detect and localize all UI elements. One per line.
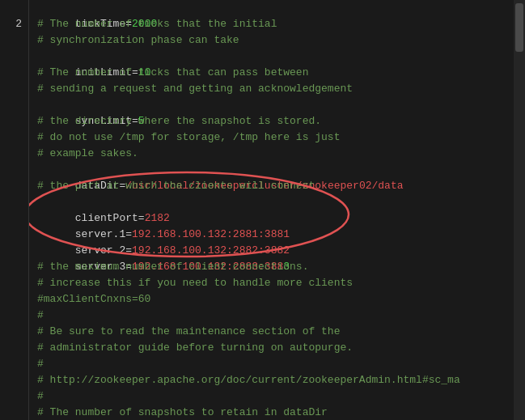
line-num-4 [0, 49, 22, 65]
code-line-17: # the maximum number of client connectio… [37, 259, 514, 275]
line-num-21 [0, 324, 22, 340]
line-num-15 [0, 227, 22, 243]
server1-key: server.1= [75, 228, 132, 240]
code-line-11: dataDir=/usr/local/zookeepercluster/zook… [37, 162, 514, 178]
server2-key: server.2= [75, 244, 132, 257]
line-num-13 [0, 194, 22, 210]
line-num-11 [0, 162, 22, 178]
client-port-val: 2182 [145, 212, 170, 224]
code-line-22: # administrator guide before turning on … [37, 340, 514, 356]
line-num-26 [0, 405, 22, 420]
code-line-4: initLimit=10 [37, 49, 514, 65]
line-num-25 [0, 388, 22, 405]
client-port-key: clientPort= [75, 212, 145, 224]
line-num-24 [0, 372, 22, 388]
code-line-7: syncLimit=5 [37, 97, 514, 113]
server2-val: 192.168.100.132:2882:3882 [132, 244, 290, 257]
line-num-12 [0, 178, 22, 194]
code-line-10: # example sakes. [37, 146, 514, 162]
code-line-13: clientPort=2182 [37, 194, 514, 210]
code-area: tickTime=2000 # The number of ticks that… [29, 0, 514, 420]
line-num-6 [0, 81, 22, 97]
code-line-5: # The number of ticks that can pass betw… [37, 65, 514, 81]
line-num-3 [0, 32, 22, 49]
scroll-thumb[interactable] [515, 3, 523, 52]
scrollbar[interactable] [514, 0, 525, 420]
line-num-9 [0, 129, 22, 146]
code-line-20: # [37, 308, 514, 324]
line-num-22 [0, 340, 22, 356]
code-line-3: # synchronization phase can take [37, 32, 514, 49]
server1-val: 192.168.100.132:2881:3881 [132, 228, 290, 240]
line-num-7 [0, 97, 22, 113]
code-line-8: # the directory where the snapshot is st… [37, 113, 514, 129]
line-num-23 [0, 356, 22, 372]
line-num-1 [0, 0, 22, 16]
line-num-14 [0, 210, 22, 227]
code-line-9: # do not use /tmp for storage, /tmp here… [37, 129, 514, 146]
line-num-16 [0, 243, 22, 259]
line-num-18 [0, 275, 22, 291]
line-num-17 [0, 259, 22, 275]
code-line-2: # The number of ticks that the initial [37, 16, 514, 32]
code-line-24: # http://zookeeper.apache.org/doc/curren… [37, 372, 514, 388]
code-line-12: # the port at which the clients will con… [37, 178, 514, 194]
line-num-20 [0, 308, 22, 324]
code-line-23: # [37, 356, 514, 372]
editor-container: 2 tickTime=2000 # [0, 0, 525, 420]
line-num-5 [0, 65, 22, 81]
code-line-6: # sending a request and getting an ackno… [37, 81, 514, 97]
code-line-1: tickTime=2000 [37, 0, 514, 16]
line-num-19 [0, 291, 22, 308]
code-line-25: # [37, 388, 514, 405]
code-line-18: # increase this if you need to handle mo… [37, 275, 514, 291]
line-num-10 [0, 146, 22, 162]
line-num-2: 2 [0, 16, 22, 32]
code-line-21: # Be sure to read the maintenance sectio… [37, 324, 514, 340]
line-num-8 [0, 113, 22, 129]
code-line-19: #maxClientCnxns=60 [37, 291, 514, 308]
line-numbers: 2 [0, 0, 29, 420]
code-line-26: # The number of snapshots to retain in d… [37, 405, 514, 420]
